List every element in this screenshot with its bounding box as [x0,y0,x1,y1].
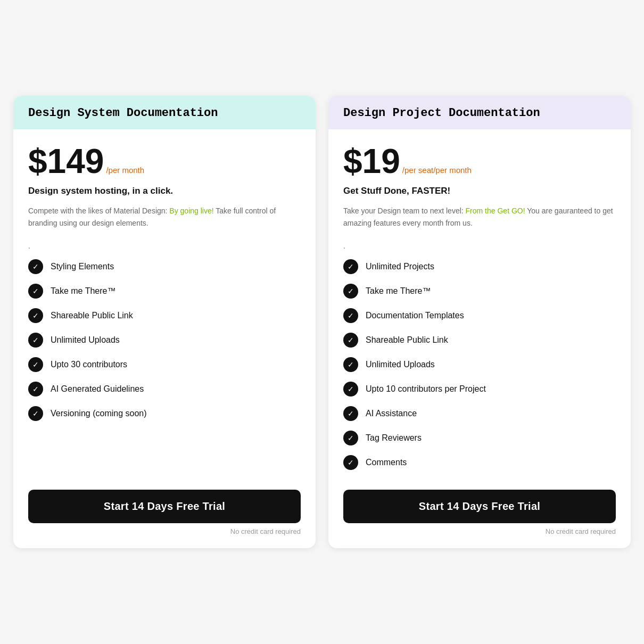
feature-item: ✓Unlimited Uploads [343,352,616,377]
feature-item: ✓Take me There™ [28,279,301,303]
check-icon: ✓ [343,406,358,421]
dot-spacer: . [343,242,616,250]
price-amount: $19 [343,144,400,178]
trial-button[interactable]: Start 14 Days Free Trial [28,490,301,523]
check-icon: ✓ [343,455,358,470]
feature-label: AI Assistance [366,409,417,418]
feature-label: Styling Elements [51,262,114,271]
feature-item: ✓Upto 10 contributors per Project [343,377,616,401]
check-icon: ✓ [343,357,358,372]
cta-section: Start 14 Days Free TrialNo credit card r… [343,490,616,535]
pricing-card-design-project: Design Project Documentation$19/per seat… [328,96,631,548]
feature-label: AI Generated Guidelines [51,384,144,394]
card-header-design-system: Design System Documentation [13,96,316,129]
price-description: Take your Design team to next level: Fro… [343,205,616,229]
check-icon: ✓ [343,382,358,397]
feature-item: ✓Versioning (coming soon) [28,401,301,426]
pricing-container: Design System Documentation$149/per mont… [13,96,631,548]
feature-item: ✓Unlimited Projects [343,254,616,279]
feature-label: Versioning (coming soon) [51,409,147,418]
feature-label: Documentation Templates [366,311,464,320]
price-block: $19/per seat/per month [343,144,616,178]
trial-button[interactable]: Start 14 Days Free Trial [343,490,616,523]
feature-item: ✓Comments [343,450,616,475]
feature-item: ✓Styling Elements [28,254,301,279]
card-body-design-project: $19/per seat/per monthGet Stuff Done, FA… [328,129,631,548]
feature-item: ✓AI Generated Guidelines [28,377,301,401]
feature-label: Upto 10 contributors per Project [366,384,486,394]
feature-label: Tag Reviewers [366,433,422,443]
feature-label: Unlimited Uploads [51,335,120,345]
price-period: /per seat/per month [402,166,472,175]
check-icon: ✓ [343,431,358,445]
feature-item: ✓Tag Reviewers [343,426,616,450]
check-icon: ✓ [28,333,43,348]
feature-item: ✓Shareable Public Link [28,303,301,328]
check-icon: ✓ [343,308,358,323]
check-icon: ✓ [343,259,358,274]
feature-item: ✓Unlimited Uploads [28,328,301,352]
desc-highlight: From the Get GO! [466,207,525,215]
price-tagline: Get Stuff Done, FASTER! [343,186,616,196]
desc-highlight: By going live! [169,207,213,215]
desc-plain: Compete with the likes of Material Desig… [28,207,169,215]
feature-label: Comments [366,458,407,467]
features-list: ✓Unlimited Projects✓Take me There™✓Docum… [343,254,616,475]
no-credit-card-label: No credit card required [28,527,301,535]
check-icon: ✓ [28,284,43,299]
feature-item: ✓Documentation Templates [343,303,616,328]
check-icon: ✓ [28,382,43,397]
feature-label: Upto 30 contributors [51,360,127,369]
feature-item: ✓Shareable Public Link [343,328,616,352]
price-block: $149/per month [28,144,301,178]
feature-label: Shareable Public Link [51,311,133,320]
feature-label: Take me There™ [51,286,115,296]
pricing-card-design-system: Design System Documentation$149/per mont… [13,96,316,548]
feature-label: Unlimited Uploads [366,360,435,369]
card-body-design-system: $149/per monthDesign system hosting, in … [13,129,316,548]
price-description: Compete with the likes of Material Desig… [28,205,301,229]
check-icon: ✓ [28,357,43,372]
dot-spacer: . [28,242,301,250]
features-list: ✓Styling Elements✓Take me There™✓Shareab… [28,254,301,475]
check-icon: ✓ [28,308,43,323]
feature-item: ✓Take me There™ [343,279,616,303]
no-credit-card-label: No credit card required [343,527,616,535]
price-amount: $149 [28,144,104,178]
feature-item: ✓Upto 30 contributors [28,352,301,377]
price-period: /per month [106,166,144,175]
feature-label: Unlimited Projects [366,262,434,271]
check-icon: ✓ [28,406,43,421]
card-header-design-project: Design Project Documentation [328,96,631,129]
check-icon: ✓ [28,259,43,274]
check-icon: ✓ [343,333,358,348]
feature-item: ✓AI Assistance [343,401,616,426]
feature-label: Take me There™ [366,286,431,296]
check-icon: ✓ [343,284,358,299]
price-tagline: Design system hosting, in a click. [28,186,301,196]
feature-label: Shareable Public Link [366,335,448,345]
cta-section: Start 14 Days Free TrialNo credit card r… [28,490,301,535]
desc-plain: Take your Design team to next level: [343,207,466,215]
